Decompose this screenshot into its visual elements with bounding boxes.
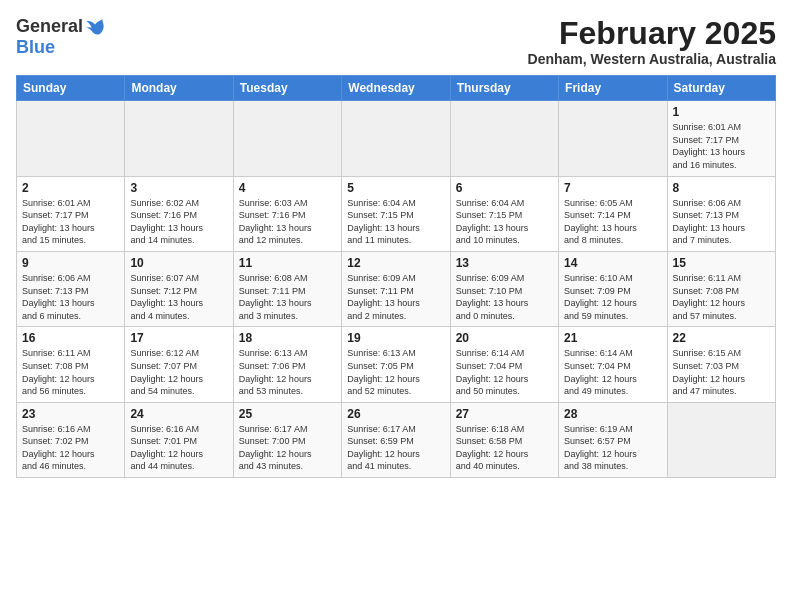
- title-block: February 2025 Denham, Western Australia,…: [528, 16, 776, 67]
- day-number: 13: [456, 256, 553, 270]
- day-info: Sunrise: 6:13 AM Sunset: 7:05 PM Dayligh…: [347, 347, 444, 397]
- calendar-cell: [667, 402, 775, 477]
- calendar-week-row: 1Sunrise: 6:01 AM Sunset: 7:17 PM Daylig…: [17, 101, 776, 176]
- day-info: Sunrise: 6:16 AM Sunset: 7:02 PM Dayligh…: [22, 423, 119, 473]
- calendar-cell: [233, 101, 341, 176]
- calendar-cell: 27Sunrise: 6:18 AM Sunset: 6:58 PM Dayli…: [450, 402, 558, 477]
- day-number: 5: [347, 181, 444, 195]
- day-number: 15: [673, 256, 770, 270]
- day-info: Sunrise: 6:01 AM Sunset: 7:17 PM Dayligh…: [22, 197, 119, 247]
- day-number: 1: [673, 105, 770, 119]
- calendar-cell: 25Sunrise: 6:17 AM Sunset: 7:00 PM Dayli…: [233, 402, 341, 477]
- calendar-cell: 28Sunrise: 6:19 AM Sunset: 6:57 PM Dayli…: [559, 402, 667, 477]
- day-number: 4: [239, 181, 336, 195]
- calendar-cell: 16Sunrise: 6:11 AM Sunset: 7:08 PM Dayli…: [17, 327, 125, 402]
- day-info: Sunrise: 6:14 AM Sunset: 7:04 PM Dayligh…: [456, 347, 553, 397]
- day-info: Sunrise: 6:14 AM Sunset: 7:04 PM Dayligh…: [564, 347, 661, 397]
- calendar-cell: 4Sunrise: 6:03 AM Sunset: 7:16 PM Daylig…: [233, 176, 341, 251]
- calendar-cell: 19Sunrise: 6:13 AM Sunset: 7:05 PM Dayli…: [342, 327, 450, 402]
- calendar-cell: [450, 101, 558, 176]
- day-number: 25: [239, 407, 336, 421]
- day-number: 20: [456, 331, 553, 345]
- weekday-header-monday: Monday: [125, 76, 233, 101]
- calendar-cell: 7Sunrise: 6:05 AM Sunset: 7:14 PM Daylig…: [559, 176, 667, 251]
- calendar-cell: 10Sunrise: 6:07 AM Sunset: 7:12 PM Dayli…: [125, 251, 233, 326]
- calendar-cell: 14Sunrise: 6:10 AM Sunset: 7:09 PM Dayli…: [559, 251, 667, 326]
- page-header: General Blue February 2025 Denham, Weste…: [16, 16, 776, 67]
- day-info: Sunrise: 6:06 AM Sunset: 7:13 PM Dayligh…: [22, 272, 119, 322]
- weekday-header-thursday: Thursday: [450, 76, 558, 101]
- calendar-cell: 15Sunrise: 6:11 AM Sunset: 7:08 PM Dayli…: [667, 251, 775, 326]
- calendar-cell: 8Sunrise: 6:06 AM Sunset: 7:13 PM Daylig…: [667, 176, 775, 251]
- day-number: 17: [130, 331, 227, 345]
- day-info: Sunrise: 6:17 AM Sunset: 6:59 PM Dayligh…: [347, 423, 444, 473]
- calendar-cell: [342, 101, 450, 176]
- day-number: 26: [347, 407, 444, 421]
- day-number: 3: [130, 181, 227, 195]
- month-year-title: February 2025: [528, 16, 776, 51]
- day-info: Sunrise: 6:09 AM Sunset: 7:10 PM Dayligh…: [456, 272, 553, 322]
- day-info: Sunrise: 6:04 AM Sunset: 7:15 PM Dayligh…: [347, 197, 444, 247]
- calendar-cell: 5Sunrise: 6:04 AM Sunset: 7:15 PM Daylig…: [342, 176, 450, 251]
- day-info: Sunrise: 6:01 AM Sunset: 7:17 PM Dayligh…: [673, 121, 770, 171]
- day-number: 2: [22, 181, 119, 195]
- calendar-cell: 26Sunrise: 6:17 AM Sunset: 6:59 PM Dayli…: [342, 402, 450, 477]
- day-info: Sunrise: 6:16 AM Sunset: 7:01 PM Dayligh…: [130, 423, 227, 473]
- calendar-cell: 12Sunrise: 6:09 AM Sunset: 7:11 PM Dayli…: [342, 251, 450, 326]
- day-number: 24: [130, 407, 227, 421]
- day-info: Sunrise: 6:10 AM Sunset: 7:09 PM Dayligh…: [564, 272, 661, 322]
- calendar-cell: 6Sunrise: 6:04 AM Sunset: 7:15 PM Daylig…: [450, 176, 558, 251]
- day-info: Sunrise: 6:08 AM Sunset: 7:11 PM Dayligh…: [239, 272, 336, 322]
- day-number: 18: [239, 331, 336, 345]
- weekday-header-row: SundayMondayTuesdayWednesdayThursdayFrid…: [17, 76, 776, 101]
- day-info: Sunrise: 6:18 AM Sunset: 6:58 PM Dayligh…: [456, 423, 553, 473]
- day-number: 6: [456, 181, 553, 195]
- day-number: 22: [673, 331, 770, 345]
- calendar-cell: 9Sunrise: 6:06 AM Sunset: 7:13 PM Daylig…: [17, 251, 125, 326]
- calendar-cell: 18Sunrise: 6:13 AM Sunset: 7:06 PM Dayli…: [233, 327, 341, 402]
- logo: General Blue: [16, 16, 105, 58]
- day-info: Sunrise: 6:12 AM Sunset: 7:07 PM Dayligh…: [130, 347, 227, 397]
- calendar-week-row: 23Sunrise: 6:16 AM Sunset: 7:02 PM Dayli…: [17, 402, 776, 477]
- day-info: Sunrise: 6:05 AM Sunset: 7:14 PM Dayligh…: [564, 197, 661, 247]
- day-info: Sunrise: 6:15 AM Sunset: 7:03 PM Dayligh…: [673, 347, 770, 397]
- day-info: Sunrise: 6:02 AM Sunset: 7:16 PM Dayligh…: [130, 197, 227, 247]
- calendar-cell: [125, 101, 233, 176]
- day-number: 21: [564, 331, 661, 345]
- day-number: 7: [564, 181, 661, 195]
- day-number: 27: [456, 407, 553, 421]
- calendar-cell: 11Sunrise: 6:08 AM Sunset: 7:11 PM Dayli…: [233, 251, 341, 326]
- day-info: Sunrise: 6:03 AM Sunset: 7:16 PM Dayligh…: [239, 197, 336, 247]
- calendar-table: SundayMondayTuesdayWednesdayThursdayFrid…: [16, 75, 776, 478]
- weekday-header-wednesday: Wednesday: [342, 76, 450, 101]
- day-number: 12: [347, 256, 444, 270]
- calendar-cell: 2Sunrise: 6:01 AM Sunset: 7:17 PM Daylig…: [17, 176, 125, 251]
- day-info: Sunrise: 6:11 AM Sunset: 7:08 PM Dayligh…: [673, 272, 770, 322]
- weekday-header-friday: Friday: [559, 76, 667, 101]
- calendar-cell: 20Sunrise: 6:14 AM Sunset: 7:04 PM Dayli…: [450, 327, 558, 402]
- calendar-cell: 3Sunrise: 6:02 AM Sunset: 7:16 PM Daylig…: [125, 176, 233, 251]
- calendar-week-row: 16Sunrise: 6:11 AM Sunset: 7:08 PM Dayli…: [17, 327, 776, 402]
- day-info: Sunrise: 6:09 AM Sunset: 7:11 PM Dayligh…: [347, 272, 444, 322]
- day-info: Sunrise: 6:04 AM Sunset: 7:15 PM Dayligh…: [456, 197, 553, 247]
- calendar-cell: 21Sunrise: 6:14 AM Sunset: 7:04 PM Dayli…: [559, 327, 667, 402]
- logo-bird-icon: [85, 17, 105, 37]
- day-number: 10: [130, 256, 227, 270]
- day-number: 19: [347, 331, 444, 345]
- day-number: 28: [564, 407, 661, 421]
- weekday-header-sunday: Sunday: [17, 76, 125, 101]
- weekday-header-saturday: Saturday: [667, 76, 775, 101]
- day-number: 14: [564, 256, 661, 270]
- day-info: Sunrise: 6:19 AM Sunset: 6:57 PM Dayligh…: [564, 423, 661, 473]
- day-info: Sunrise: 6:06 AM Sunset: 7:13 PM Dayligh…: [673, 197, 770, 247]
- calendar-cell: 22Sunrise: 6:15 AM Sunset: 7:03 PM Dayli…: [667, 327, 775, 402]
- calendar-week-row: 2Sunrise: 6:01 AM Sunset: 7:17 PM Daylig…: [17, 176, 776, 251]
- day-info: Sunrise: 6:13 AM Sunset: 7:06 PM Dayligh…: [239, 347, 336, 397]
- weekday-header-tuesday: Tuesday: [233, 76, 341, 101]
- calendar-cell: 17Sunrise: 6:12 AM Sunset: 7:07 PM Dayli…: [125, 327, 233, 402]
- day-number: 23: [22, 407, 119, 421]
- day-number: 8: [673, 181, 770, 195]
- calendar-week-row: 9Sunrise: 6:06 AM Sunset: 7:13 PM Daylig…: [17, 251, 776, 326]
- day-info: Sunrise: 6:07 AM Sunset: 7:12 PM Dayligh…: [130, 272, 227, 322]
- calendar-cell: 13Sunrise: 6:09 AM Sunset: 7:10 PM Dayli…: [450, 251, 558, 326]
